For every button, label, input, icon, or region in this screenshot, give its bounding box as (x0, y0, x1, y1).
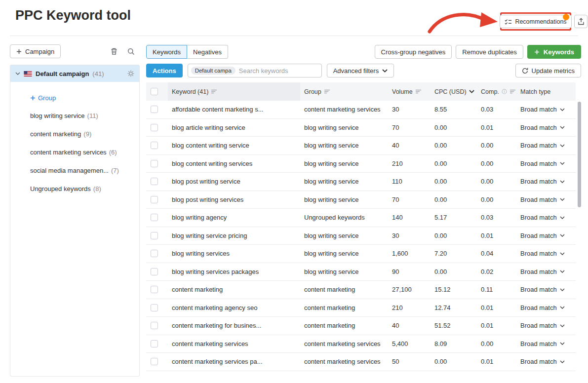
row-checkbox[interactable] (151, 142, 158, 149)
add-keywords-button[interactable]: Keywords (527, 45, 581, 59)
row-checkbox[interactable] (151, 214, 158, 221)
keyword-cell[interactable]: blog content writing services (168, 160, 300, 167)
group-value[interactable]: blog writing service (304, 124, 359, 131)
group-value[interactable]: content marketing (304, 322, 355, 329)
match-type-dropdown[interactable]: Broad match (516, 142, 576, 149)
keyword-cell[interactable]: content marketing (168, 286, 300, 293)
group-value[interactable]: blog writing service (304, 232, 359, 239)
keyword-cell[interactable]: blog post writing services (168, 196, 300, 203)
chevron-down-icon[interactable] (15, 72, 20, 75)
keyword-cell[interactable]: content marketing agency seo (168, 304, 300, 311)
row-checkbox[interactable] (151, 250, 158, 257)
group-value[interactable]: content marketing (304, 286, 355, 293)
group-value[interactable]: blog writing service (304, 142, 359, 149)
actions-button[interactable]: Actions (146, 64, 183, 77)
row-checkbox[interactable] (151, 304, 158, 311)
group-cell[interactable]: blog writing service (300, 232, 388, 239)
match-type-dropdown[interactable]: Broad match (516, 178, 576, 185)
remove-duplicates-button[interactable]: Remove duplicates (456, 45, 523, 59)
add-group-link[interactable]: Group (30, 92, 139, 104)
keyword-cell[interactable]: blog article writing service (168, 124, 300, 131)
column-header-keyword[interactable]: Keyword (41) (168, 82, 300, 101)
group-value[interactable]: content marketing services (304, 358, 381, 365)
match-type-dropdown[interactable]: Broad match (516, 268, 576, 275)
match-type-dropdown[interactable]: Broad match (516, 196, 576, 203)
sidebar-group-item[interactable]: blog writing service (11) (30, 107, 139, 125)
keyword-cell[interactable]: content marketing services (168, 340, 300, 347)
group-cell[interactable]: content marketing services (300, 358, 388, 365)
row-checkbox[interactable] (151, 268, 158, 275)
keyword-search-box[interactable]: Default campa (188, 64, 322, 77)
row-checkbox[interactable] (151, 286, 158, 293)
tab-keywords[interactable]: Keywords (146, 45, 187, 59)
gear-icon[interactable] (127, 70, 134, 77)
group-value[interactable]: Ungrouped keywords (304, 214, 365, 221)
sidebar-group-item[interactable]: social media managemen... (7) (30, 161, 139, 180)
group-cell[interactable]: blog writing service (300, 160, 388, 167)
match-type-dropdown[interactable]: Broad match (516, 340, 576, 347)
row-checkbox[interactable] (151, 232, 158, 239)
match-type-dropdown[interactable]: Broad match (516, 124, 576, 131)
group-cell[interactable]: content marketing (300, 286, 388, 293)
row-checkbox[interactable] (151, 178, 158, 185)
group-value[interactable]: blog writing service (304, 178, 359, 185)
match-type-dropdown[interactable]: Broad match (516, 232, 576, 239)
match-type-dropdown[interactable]: Broad match (516, 214, 576, 221)
advanced-filters-button[interactable]: Advanced filters (327, 64, 394, 77)
search-input[interactable] (239, 67, 319, 75)
match-type-dropdown[interactable]: Broad match (516, 106, 576, 113)
match-type-dropdown[interactable]: Broad match (516, 304, 576, 311)
group-cell[interactable]: content marketing (300, 304, 388, 311)
column-header-volume[interactable]: Volume (388, 82, 431, 101)
row-checkbox[interactable] (151, 106, 158, 113)
row-checkbox[interactable] (151, 358, 158, 365)
match-type-dropdown[interactable]: Broad match (516, 286, 576, 293)
row-checkbox[interactable] (151, 322, 158, 329)
group-value[interactable]: blog writing service (304, 196, 359, 203)
row-checkbox[interactable] (151, 160, 158, 167)
group-cell[interactable]: blog writing service (300, 124, 388, 131)
search-icon[interactable] (127, 48, 135, 55)
group-value[interactable]: content marketing services (304, 106, 381, 113)
group-cell[interactable]: Ungrouped keywords (300, 214, 388, 221)
keyword-cell[interactable]: blog post writing service (168, 178, 300, 185)
group-value[interactable]: blog writing service (304, 160, 359, 167)
add-campaign-button[interactable]: Campaign (10, 44, 61, 58)
keyword-cell[interactable]: blog writing agency (168, 214, 300, 221)
keyword-cell[interactable]: blog writing services packages (168, 268, 300, 275)
update-metrics-button[interactable]: Update metrics (515, 64, 581, 77)
sidebar-group-item[interactable]: content marketing (9) (30, 125, 139, 143)
row-checkbox[interactable] (151, 340, 158, 347)
campaign-filter-chip[interactable]: Default campa (191, 67, 235, 75)
column-header-comp[interactable]: Comp. (477, 82, 516, 101)
match-type-dropdown[interactable]: Broad match (516, 160, 576, 167)
group-cell[interactable]: content marketing services (300, 340, 388, 347)
group-cell[interactable]: blog writing service (300, 178, 388, 185)
campaign-row[interactable]: Default campaign (41) (10, 65, 139, 82)
table-scrollbar[interactable] (578, 102, 581, 207)
match-type-dropdown[interactable]: Broad match (516, 322, 576, 329)
select-all-checkbox[interactable] (151, 88, 158, 95)
column-header-group[interactable]: Group (300, 82, 388, 101)
group-value[interactable]: content marketing services (304, 340, 381, 347)
keyword-cell[interactable]: blog writing service pricing (168, 232, 300, 239)
keyword-cell[interactable]: affordable content marketing s... (168, 106, 300, 113)
export-button[interactable] (574, 15, 588, 28)
match-type-dropdown[interactable]: Broad match (516, 250, 576, 257)
sidebar-group-item[interactable]: Ungrouped keywords (8) (30, 180, 139, 198)
sidebar-group-item[interactable]: content marketing services (6) (30, 143, 139, 161)
tab-negatives[interactable]: Negatives (187, 45, 228, 59)
group-cell[interactable]: blog writing service (300, 142, 388, 149)
row-checkbox[interactable] (151, 124, 158, 131)
group-cell[interactable]: blog writing service (300, 268, 388, 275)
keyword-cell[interactable]: content marketing for busines... (168, 322, 300, 329)
cross-group-negatives-button[interactable]: Cross-group negatives (375, 45, 452, 59)
keyword-cell[interactable]: blog writing services (168, 250, 300, 257)
group-value[interactable]: blog writing service (304, 268, 359, 275)
group-cell[interactable]: blog writing service (300, 250, 388, 257)
delete-icon[interactable] (110, 47, 118, 55)
group-cell[interactable]: content marketing (300, 322, 388, 329)
group-value[interactable]: content marketing (304, 304, 355, 311)
group-cell[interactable]: content marketing services (300, 106, 388, 113)
keyword-cell[interactable]: content marketing services pa... (168, 358, 300, 365)
